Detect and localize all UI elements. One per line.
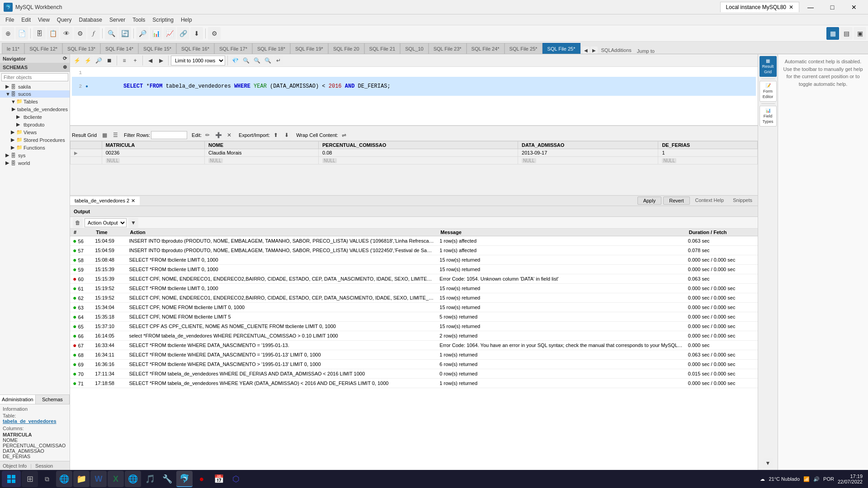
tree-views[interactable]: ▶ 📁 Views [0, 128, 70, 136]
limit-select[interactable]: Limit to 1000 rows Limit to 500 rows No … [171, 56, 225, 66]
instance-tab[interactable]: Local instance MySQL80 ✕ [720, 2, 799, 12]
tab-right-btn[interactable]: ▶ [590, 47, 598, 54]
new-view-btn[interactable]: 👁 [60, 27, 73, 40]
field-types-right-btn[interactable]: 📊 Field Types [760, 106, 777, 127]
tree-tbproduto[interactable]: ▶ tbproduto [0, 121, 70, 128]
export-btn[interactable]: ⬆ [271, 130, 281, 140]
stop-btn[interactable]: ⏹ [104, 56, 114, 66]
output-clear-btn[interactable]: 🗑 [73, 218, 83, 228]
menu-server[interactable]: Server [106, 16, 129, 24]
right-scroll-down[interactable]: ▼ [763, 458, 773, 468]
format-btn[interactable]: 💎 [230, 56, 240, 66]
search-btn[interactable]: 🔍 [105, 27, 118, 40]
menu-scripting[interactable]: Scripting [149, 16, 177, 24]
sql-tab-3[interactable]: SQL File 14* [100, 43, 138, 54]
taskbar-search[interactable]: ⊞ [22, 471, 38, 487]
col-header-data[interactable]: DATA_ADMISSAO [518, 141, 658, 149]
tree-sys[interactable]: ▶ 🗄 sys [0, 151, 70, 159]
sql-editor[interactable]: 1 2 ● SELECT *FROM tabela_de_vendedores … [70, 67, 758, 126]
explain-btn[interactable]: 🔎 [94, 56, 104, 66]
new-schema-btn[interactable]: 🗄 [33, 27, 46, 40]
sql-tab-6[interactable]: SQL File 17* [214, 43, 252, 54]
maximize-button[interactable]: □ [822, 0, 843, 14]
perf-btn[interactable]: 📈 [163, 27, 176, 40]
client-conn-btn[interactable]: 🔗 [177, 27, 189, 40]
result-grid-btn[interactable]: ▦ [99, 130, 109, 140]
edit-btn-3[interactable]: ✕ [224, 130, 234, 140]
view-btn-3[interactable]: ▣ [854, 27, 866, 40]
schemas-add-icon[interactable]: ⊕ [63, 64, 67, 70]
context-help-label[interactable]: Context Help [692, 197, 728, 205]
taskbar-word[interactable]: W [90, 471, 107, 487]
open-sql-btn[interactable]: 📄 [15, 27, 28, 40]
new-table-btn[interactable]: 📋 [47, 27, 59, 40]
sql-tab-13[interactable]: SQL File 24* [467, 43, 505, 54]
zoom-out-btn[interactable]: 🔍 [263, 56, 273, 66]
toggle-result-btn[interactable]: ≡ [119, 56, 129, 66]
sql-tab-0[interactable]: le 11* [2, 43, 24, 54]
import-btn[interactable]: ⬇ [282, 130, 292, 140]
minimize-button[interactable]: — [800, 0, 821, 14]
col-header-matricula[interactable]: MATRICULA [102, 141, 204, 149]
output-dropdown-btn[interactable]: ▼ [128, 218, 138, 228]
action-output-select[interactable]: Action Output [85, 218, 127, 227]
revert-button[interactable]: Revert [663, 197, 689, 205]
tree-tbcliente[interactable]: ▶ tbcliente [0, 113, 70, 121]
apply-button[interactable]: Apply [637, 197, 662, 205]
taskbar-mysql[interactable]: 🐬 [176, 471, 193, 487]
tree-sakila[interactable]: ▶ 🗄 sakila [0, 83, 70, 90]
tabela-vendedores-tab[interactable]: tabela_de_vendedores 2 ✕ [70, 197, 140, 205]
taskbar-app-5[interactable]: ⬡ [228, 471, 244, 487]
next-btn[interactable]: ▶ [156, 56, 166, 66]
taskbar-app-2[interactable]: 🔧 [159, 471, 175, 487]
edit-btn-2[interactable]: ➕ [213, 130, 223, 140]
sql-tab-5[interactable]: SQL File 16* [176, 43, 214, 54]
import-btn[interactable]: ⬇ [190, 27, 203, 40]
schemas-tab[interactable]: Schemas [36, 395, 70, 404]
sql-tab-10[interactable]: SQL File 21 [364, 43, 401, 54]
taskbar-task-view[interactable]: ⧉ [39, 471, 55, 487]
sql-tab-11[interactable]: SQL_10 [400, 43, 428, 54]
sql-tab-14[interactable]: SQL File 25* [505, 43, 542, 54]
sql-tab-2[interactable]: SQL File 13* [62, 43, 100, 54]
editor-scrollbar-h[interactable] [70, 126, 758, 129]
tree-sucos[interactable]: ▼ 🗄 sucos [0, 90, 70, 98]
taskbar-edge[interactable]: 🌐 [56, 471, 72, 487]
tree-world[interactable]: ▶ 🗄 world [0, 159, 70, 167]
sql-tab-12[interactable]: SQL File 23* [429, 43, 467, 54]
tab-left-btn[interactable]: ◀ [582, 47, 590, 54]
sql-tab-8[interactable]: SQL File 19* [290, 43, 328, 54]
inspect-btn[interactable]: 🔎 [136, 27, 149, 40]
menu-view[interactable]: View [34, 16, 53, 24]
col-header-percentual[interactable]: PERCENTUAL_COMISSAO [319, 141, 518, 149]
col-header-nome[interactable]: NOME [205, 141, 319, 149]
new-proc-btn[interactable]: ⚙ [74, 27, 86, 40]
menu-tools[interactable]: Tools [129, 16, 149, 24]
menu-file[interactable]: File [2, 16, 18, 24]
result-grid-right-btn[interactable]: ▦ Result Grid [760, 56, 777, 77]
instance-tab-close[interactable]: ✕ [789, 4, 793, 10]
filter-input[interactable] [1, 73, 68, 81]
taskbar-explorer[interactable]: 📁 [73, 471, 90, 487]
sql-tab-4[interactable]: SQL File 15* [138, 43, 176, 54]
reconnect-btn[interactable]: 🔄 [118, 27, 131, 40]
new-func-btn[interactable]: 𝑓 [87, 27, 100, 40]
wrap-cell-btn[interactable]: ⇌ [339, 130, 349, 140]
admin-tab[interactable]: Administration [0, 395, 36, 404]
new-tab-btn[interactable]: + [130, 56, 140, 66]
tree-tables[interactable]: ▼ 📁 Tables [0, 98, 70, 105]
menu-database[interactable]: Database [75, 16, 106, 24]
result-toggle-btn[interactable]: ☰ [110, 130, 120, 140]
execute-sel-btn[interactable]: ⚡ [83, 56, 93, 66]
execute-btn[interactable]: ⚡ [72, 56, 82, 66]
menu-edit[interactable]: Edit [18, 16, 34, 24]
col-header-ferias[interactable]: DE_FERIAS [658, 141, 758, 149]
settings-btn[interactable]: ⚙ [208, 27, 221, 40]
menu-query[interactable]: Query [53, 16, 75, 24]
zoom-in-btn[interactable]: 🔍 [252, 56, 262, 66]
taskbar-app-1[interactable]: 🎵 [142, 471, 158, 487]
new-connection-btn[interactable]: ⊕ [2, 27, 14, 40]
filter-rows-input[interactable] [151, 131, 187, 139]
table-name-link[interactable]: tabela_de_vendedores [3, 418, 57, 424]
wrap-btn[interactable]: ↵ [274, 56, 283, 66]
